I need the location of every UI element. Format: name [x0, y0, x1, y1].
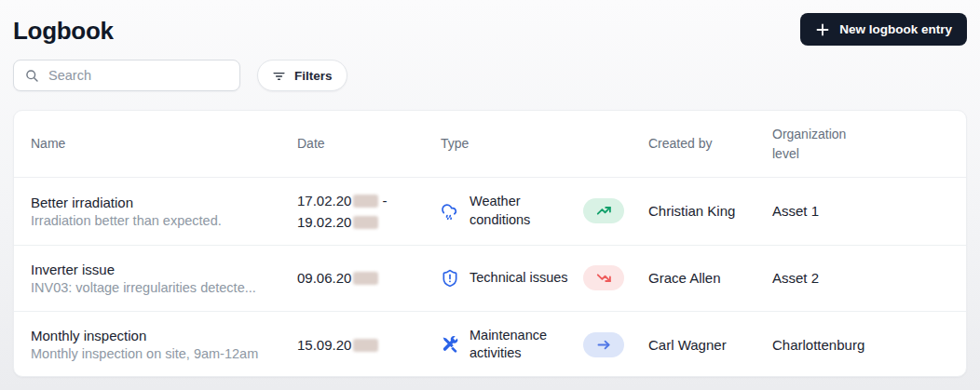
created-by: Grace Allen: [648, 270, 772, 286]
new-logbook-entry-label: New logbook entry: [839, 22, 952, 36]
type-cell: Maintenance activities: [441, 327, 583, 363]
search-icon: [25, 69, 39, 83]
table-row[interactable]: Inverter issue INV03: voltage irregulari…: [14, 245, 966, 312]
redacted-date-fragment: [353, 272, 378, 285]
entry-name: Monthly inspection: [31, 328, 297, 343]
organization-level: Asset 1: [772, 203, 949, 219]
filters-button[interactable]: Filters: [257, 60, 347, 91]
entry-description: Monthly inspection on site, 9am-12am: [31, 346, 297, 361]
organization-level: Asset 2: [772, 270, 949, 286]
plus-icon: [815, 22, 830, 37]
tools-icon: [441, 335, 459, 354]
column-header-name: Name: [31, 134, 297, 153]
name-cell: Better irradiation Irradiation better th…: [31, 195, 297, 228]
date-cell: 17.02.20 -19.02.20: [297, 190, 441, 234]
trend-cell: [583, 332, 648, 357]
redacted-date-fragment: [353, 216, 378, 229]
date-cell: 09.06.20: [297, 267, 441, 289]
type-cell: Technical issues: [441, 269, 583, 288]
logbook-page: Logbook New logbook entry Filters Name D…: [0, 0, 980, 377]
entry-description: INV03: voltage irregularities detecte...: [31, 280, 297, 295]
table-body: Better irradiation Irradiation better th…: [14, 178, 966, 377]
top-bar: Logbook New logbook entry: [13, 13, 967, 60]
column-header-organization-level: Organization level: [772, 125, 861, 163]
date-cell: 15.09.20: [297, 334, 441, 356]
column-header-type: Type: [441, 134, 648, 153]
entry-name: Inverter issue: [31, 262, 297, 277]
trend-cell: [583, 198, 648, 223]
search-box[interactable]: [13, 60, 240, 91]
trend-neutral-badge: [583, 332, 624, 357]
filter-icon: [272, 69, 286, 83]
column-header-created-by: Created by: [648, 134, 772, 153]
redacted-date-fragment: [353, 339, 378, 352]
logbook-table-card: Name Date Type Created by Organization l…: [13, 110, 967, 377]
type-label: Weather conditions: [470, 193, 578, 229]
trend-down-icon: [596, 270, 612, 286]
entry-description: Irradiation better than expected.: [31, 213, 297, 228]
trend-down-badge: [583, 265, 624, 290]
cloud-drizzle-icon: [441, 202, 459, 221]
type-cell: Weather conditions: [441, 193, 583, 229]
trend-up-icon: [596, 203, 612, 219]
shield-alert-icon: [441, 269, 459, 288]
table-row[interactable]: Better irradiation Irradiation better th…: [14, 178, 966, 245]
trend-up-badge: [583, 198, 624, 223]
type-label: Maintenance activities: [470, 327, 578, 363]
name-cell: Monthly inspection Monthly inspection on…: [31, 328, 297, 361]
organization-level: Charlottenburg: [772, 337, 949, 353]
search-input[interactable]: [48, 68, 228, 83]
new-logbook-entry-button[interactable]: New logbook entry: [800, 13, 967, 46]
column-header-date: Date: [297, 134, 441, 153]
entry-name: Better irradiation: [31, 195, 297, 210]
filters-label: Filters: [294, 69, 333, 83]
redacted-date-fragment: [353, 195, 378, 208]
table-row[interactable]: Monthly inspection Monthly inspection on…: [14, 311, 966, 377]
created-by: Christian King: [648, 203, 772, 219]
table-header-row: Name Date Type Created by Organization l…: [14, 111, 966, 178]
page-title: Logbook: [13, 13, 114, 46]
arrow-right-icon: [596, 337, 612, 353]
created-by: Carl Wagner: [648, 337, 772, 353]
trend-cell: [583, 265, 648, 290]
name-cell: Inverter issue INV03: voltage irregulari…: [31, 262, 297, 295]
toolbar: Filters: [13, 60, 967, 91]
type-label: Technical issues: [470, 269, 568, 288]
